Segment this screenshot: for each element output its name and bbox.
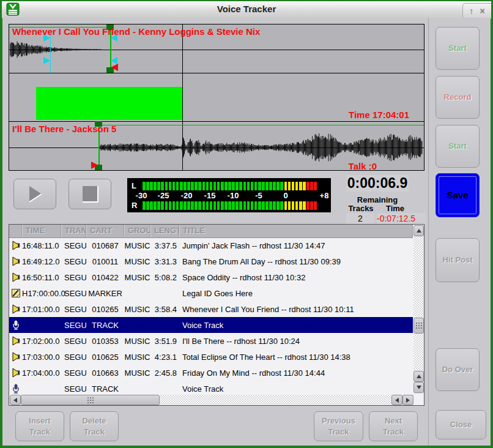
column-header-trans[interactable]: TRANS — [61, 225, 86, 237]
speaker-icon — [11, 241, 21, 250]
table-row[interactable]: SEGUETRACKVoice Track — [9, 381, 413, 394]
cell-cart: TRACK — [86, 321, 124, 330]
table-row[interactable]: SEGUETRACKVoice Track — [9, 317, 413, 333]
table-row[interactable]: 16:50:11.0SEGUE010422MUSIC5:08.2Space Od… — [9, 269, 413, 285]
previous-track-button[interactable]: Previous Track — [314, 411, 363, 441]
cell-time: H17:00:00.0 — [22, 289, 61, 298]
save-button[interactable]: Save — [436, 173, 480, 217]
elapsed-time-display: 0:00:06.9 — [346, 175, 409, 192]
cell-group: MUSIC — [124, 368, 150, 378]
window-title: Voice Tracker — [2, 4, 491, 14]
column-header-title[interactable]: TITLE — [179, 225, 413, 237]
scroll-up-button[interactable] — [413, 225, 424, 236]
meter-scale-tick: -5 — [255, 191, 262, 200]
cell-title: Legal ID Goes Here — [179, 289, 413, 298]
play-button[interactable] — [13, 179, 56, 209]
remaining-tracks-value: 2 — [346, 213, 374, 224]
microphone-icon — [11, 384, 21, 394]
cell-cart: 010353 — [86, 337, 124, 346]
cell-cart: 010663 — [86, 368, 124, 378]
track2-fade-marker-arrow[interactable] — [91, 162, 98, 169]
cell-group: MUSIC — [124, 353, 150, 362]
column-header-group[interactable]: GROUP — [124, 225, 150, 237]
shade-window-button[interactable]: ↑ — [469, 7, 473, 15]
table-row[interactable]: 16:49:12.0SEGUE010011MUSIC3:31.3Bang The… — [9, 253, 413, 269]
voice-track-editor[interactable]: Whenever I Call You Friend - Kenny Loggi… — [9, 24, 424, 171]
table-row[interactable]: 17:04:00.0SEGUE010663MUSIC2:45.8Friday O… — [9, 365, 413, 381]
cell-trans: SEGUE — [61, 321, 86, 330]
cell-cart: 010422 — [86, 273, 124, 282]
table-row[interactable]: 17:01:00.0SEGUE010265MUSIC3:58.4Whenever… — [9, 301, 413, 317]
scroll-down-button[interactable] — [413, 382, 424, 393]
play-icon — [24, 184, 45, 204]
log-table-header[interactable]: TIMETRANSCARTGROUPLENGTHTITLE — [9, 225, 413, 238]
cell-icon — [9, 336, 22, 346]
speaker-icon — [11, 304, 21, 314]
table-row[interactable]: H17:00:00.0SEGUEMARKERLegal ID Goes Here — [9, 285, 413, 301]
dialog-content: Whenever I Call You Friend - Kenny Loggi… — [2, 18, 491, 446]
start-track2-button[interactable]: Start — [436, 125, 480, 168]
title-bar[interactable]: Voice Tracker ↑ × — [2, 1, 491, 18]
table-row[interactable]: 17:02:00.0SEGUE010353MUSIC3:51.9I'll Be … — [9, 333, 413, 349]
vertical-scrollbar[interactable] — [413, 225, 424, 394]
cell-time: 16:50:11.0 — [22, 273, 61, 282]
cell-title: I'll Be There -- rdhost 11/30 10:24 — [179, 337, 413, 346]
scroll-up-button-2[interactable] — [413, 371, 424, 382]
column-header-icon[interactable] — [9, 225, 22, 237]
speaker-icon — [11, 352, 21, 362]
cell-trans: SEGUE — [61, 241, 86, 250]
remaining-label: Remaining — [346, 195, 409, 204]
do-over-button[interactable]: Do Over — [436, 348, 480, 391]
cell-cart: 010687 — [86, 241, 124, 250]
column-header-length[interactable]: LENGTH — [150, 225, 179, 237]
record-button[interactable]: Record — [436, 76, 480, 119]
remaining-tracks-label: Tracks — [346, 204, 376, 213]
meter-scale-tick: +8 — [320, 191, 329, 200]
horizontal-scroll-thumb[interactable] — [21, 395, 160, 405]
table-row[interactable]: 17:03:00.0SEGUE010625MUSIC4:23.1Total Ec… — [9, 349, 413, 365]
stop-button[interactable] — [69, 179, 111, 209]
table-row[interactable]: 16:48:11.0SEGUE010687MUSIC3:37.5Jumpin' … — [9, 237, 413, 253]
cell-title: Bang The Drum All Day -- rdhost 11/30 09… — [179, 257, 413, 266]
cell-time: 17:03:00.0 — [22, 353, 61, 362]
insert-track-button[interactable]: Insert Track — [15, 411, 64, 441]
meter-scale-tick: -30 — [136, 191, 147, 200]
scroll-left-button[interactable] — [10, 395, 21, 405]
scroll-left-button-2[interactable] — [391, 395, 402, 405]
cell-title: Voice Track — [179, 384, 413, 394]
segue-marker-right-arrow-bottom[interactable] — [43, 57, 50, 64]
column-header-cart[interactable]: CART — [86, 225, 124, 237]
scroll-right-button[interactable] — [402, 395, 413, 405]
remaining-time-label: Time — [380, 204, 410, 213]
track1-fade-marker-arrow[interactable] — [111, 64, 118, 71]
track2-waveform — [100, 130, 423, 165]
next-track-button[interactable]: Next Track — [369, 411, 418, 441]
cell-cart: 010011 — [86, 257, 124, 266]
hit-post-button[interactable]: Hit Post — [436, 238, 480, 282]
cell-icon — [9, 304, 22, 314]
delete-track-button[interactable]: Delete Track — [70, 411, 119, 441]
cell-icon — [9, 384, 22, 394]
close-window-button[interactable]: × — [480, 7, 485, 15]
microphone-icon — [11, 320, 21, 330]
cell-title: Space Oddity -- rdhost 11/30 10:32 — [179, 273, 413, 282]
track1-title: Whenever I Call You Friend - Kenny Loggi… — [12, 26, 260, 37]
segue-start-line[interactable] — [50, 31, 51, 73]
cell-group: MUSIC — [124, 337, 150, 346]
cell-time: 16:48:11.0 — [22, 241, 61, 250]
close-button[interactable]: Close — [436, 410, 486, 439]
cell-length: 2:45.8 — [150, 368, 179, 378]
remaining-time-value: -0:07:12.5 — [377, 213, 426, 224]
vertical-scroll-thumb[interactable] — [413, 318, 424, 334]
voice-track-region[interactable] — [36, 87, 182, 120]
speaker-icon — [11, 256, 21, 266]
meter-scale-tick: -20 — [181, 191, 193, 200]
track1-waveform — [10, 39, 102, 61]
cell-icon — [9, 256, 22, 266]
pane1-bottom-border — [9, 73, 424, 73]
cell-length: 3:31.3 — [150, 257, 179, 266]
cell-cart: 010625 — [86, 353, 124, 362]
log-table: TIMETRANSCARTGROUPLENGTHTITLE 16:48:11.0… — [9, 224, 424, 406]
start-track1-button[interactable]: Start — [436, 27, 480, 70]
column-header-time[interactable]: TIME — [22, 225, 61, 237]
